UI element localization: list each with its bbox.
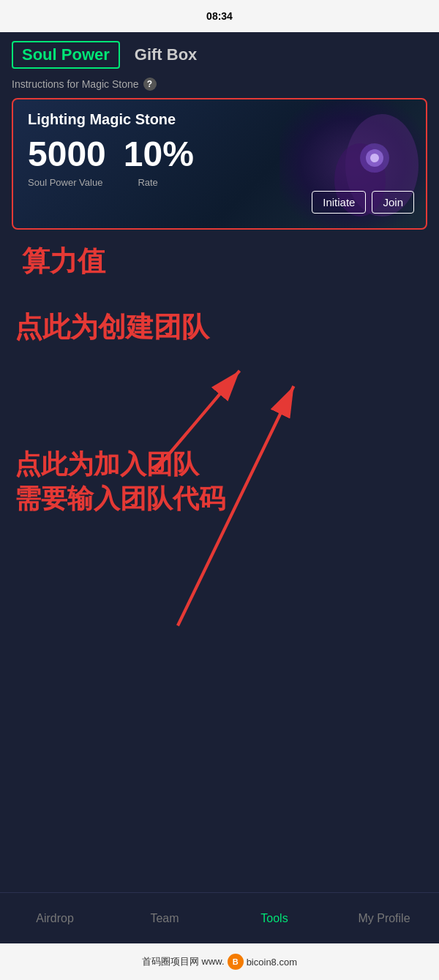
bottom-nav: Airdrop Team Tools My Profile [0,892,439,943]
tab-soul-power[interactable]: Soul Power [12,41,120,69]
top-tabs: Soul Power Gift Box [0,32,439,75]
rate-value: 10% [124,134,194,174]
computing-power-label: 算力值 [22,243,105,280]
join-button[interactable]: Join [372,191,414,214]
nav-item-tools[interactable]: Tools [220,893,329,943]
nav-my-profile-label: My Profile [358,912,410,925]
nav-item-my-profile[interactable]: My Profile [329,893,439,943]
soul-power-value: 5000 [28,134,106,174]
time-display: 08:34 [206,10,233,22]
magic-stats-row: 5000 10% [28,134,411,174]
join-team-label: 点此为加入团队 需要输入团队代码 [15,448,225,516]
create-team-label: 点此为创建团队 [15,309,209,346]
card-actions: Initiate Join [312,191,414,214]
watermark-text1: 首码圈项目网 www. [142,955,225,968]
soul-power-label: Soul Power Value [28,177,102,188]
annotation-area: 算力值 点此为创建团队 点此为加入团队 需要输入团队代码 [0,235,439,892]
magic-stone-card: Lighting Magic Stone 5000 10% Soul Power… [12,98,427,230]
instructions-row: Instructions for Magic Stone ? [0,75,439,98]
nav-item-airdrop[interactable]: Airdrop [0,893,110,943]
instructions-text: Instructions for Magic Stone [12,78,139,90]
status-bar: 08:34 [0,0,439,32]
stat-labels-row: Soul Power Value Rate [28,177,411,188]
watermark-text2: bicoin8.com [247,957,297,968]
nav-item-team[interactable]: Team [110,893,220,943]
nav-team-label: Team [150,912,179,925]
initiate-button[interactable]: Initiate [312,191,366,214]
magic-card-content: Lighting Magic Stone 5000 10% Soul Power… [13,99,426,200]
nav-airdrop-label: Airdrop [36,912,74,925]
tab-gift-box[interactable]: Gift Box [135,45,198,64]
nav-tools-label: Tools [260,912,288,925]
watermark-icon: B [228,954,244,970]
app-container: Soul Power Gift Box Instructions for Mag… [0,32,439,943]
watermark-footer: 首码圈项目网 www. B bicoin8.com [0,943,439,980]
magic-card-title: Lighting Magic Stone [28,111,411,128]
help-icon[interactable]: ? [143,78,157,91]
rate-label: Rate [138,177,157,188]
